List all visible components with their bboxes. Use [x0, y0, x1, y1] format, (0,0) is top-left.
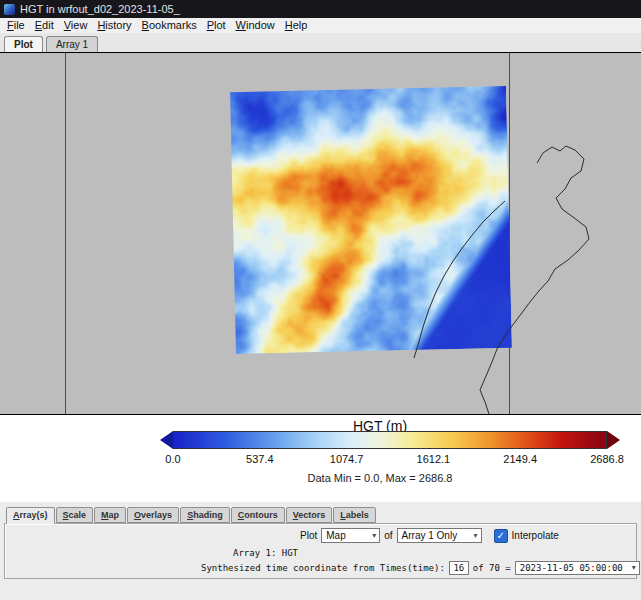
tab-plot[interactable]: Plot	[4, 36, 43, 52]
tab-overlays[interactable]: Overlays	[127, 507, 179, 523]
array-info-label: Array 1: HGT	[233, 548, 298, 558]
plot-label: Plot	[300, 530, 317, 541]
app-icon	[4, 4, 15, 15]
tab-scale[interactable]: Scale	[56, 507, 94, 523]
menu-help[interactable]: Help	[280, 18, 313, 33]
menu-file[interactable]: File	[2, 18, 30, 33]
tab-vectors[interactable]: Vectors	[286, 507, 333, 523]
menu-plot[interactable]: Plot	[202, 18, 231, 33]
tab-map[interactable]: Map	[94, 507, 126, 523]
time-coordinate-label: Synthesized time coordinate from Times(t…	[201, 563, 445, 573]
controls-panel: Array(s) Scale Map Overlays Shading Cont…	[0, 502, 641, 600]
controls-tabs: Array(s) Scale Map Overlays Shading Cont…	[0, 507, 641, 523]
colorbar-ticks: 0.0 537.4 1074.7 1612.1 2149.4 2686.8	[173, 453, 607, 466]
time-value-combo[interactable]: 2023-11-05 05:00:00 ▾	[515, 561, 640, 575]
chevron-down-icon: ▾	[474, 532, 478, 540]
map-plot-area[interactable]	[0, 52, 641, 415]
plot-window-tabs: Plot Array 1	[0, 33, 641, 52]
colorbar-tick: 2149.4	[503, 453, 537, 465]
plot-type-combo[interactable]: Map ▾	[321, 528, 380, 543]
tab-shading[interactable]: Shading	[180, 507, 230, 523]
chevron-down-icon: ▾	[372, 532, 376, 540]
colorbar-tick: 1074.7	[330, 453, 364, 465]
array-scope-combo[interactable]: Array 1 Only ▾	[397, 528, 482, 543]
tab-arrays[interactable]: Array(s)	[6, 507, 55, 524]
tab-array-1[interactable]: Array 1	[46, 36, 98, 52]
menu-bookmarks[interactable]: Bookmarks	[137, 18, 202, 33]
chevron-down-icon: ▾	[632, 564, 636, 572]
wrf-domain-patch	[230, 86, 512, 354]
tab-labels[interactable]: Labels	[333, 507, 376, 523]
menu-history[interactable]: History	[92, 18, 136, 33]
titlebar: HGT in wrfout_d02_2023-11-05_	[0, 0, 641, 18]
colorbar-tick: 0.0	[165, 453, 180, 465]
colorbar-right-arrow-icon	[607, 431, 620, 449]
menubar: File Edit View History Bookmarks Plot Wi…	[0, 18, 641, 33]
interpolate-checkbox[interactable]	[494, 529, 508, 543]
window-title: HGT in wrfout_d02_2023-11-05_	[20, 0, 180, 18]
menu-window[interactable]: Window	[231, 18, 280, 33]
of-label: of	[384, 530, 392, 541]
menu-view[interactable]: View	[59, 18, 93, 33]
controls-box: Plot Map ▾ of Array 1 Only ▾ Interpolate…	[4, 523, 637, 579]
time-total-label: of 70 =	[473, 563, 511, 573]
menu-edit[interactable]: Edit	[30, 18, 59, 33]
colorbar-tick: 2686.8	[590, 453, 624, 465]
colorbar-tick: 537.4	[246, 453, 274, 465]
time-index-field[interactable]: 16	[449, 561, 469, 575]
panoply-window: HGT in wrfout_d02_2023-11-05_ File Edit …	[0, 0, 641, 600]
legend-area: HGT (m) 0.0 537.4 1074.7 1612.1 2149.4 2…	[0, 415, 641, 502]
interpolate-label: Interpolate	[512, 530, 559, 541]
tab-contours[interactable]: Contours	[231, 507, 285, 523]
colorbar-tick: 1612.1	[417, 453, 451, 465]
data-range-label: Data Min = 0.0, Max = 2686.8	[140, 472, 620, 484]
colorbar-gradient	[173, 431, 607, 449]
colorbar-left-arrow-icon	[160, 431, 173, 449]
colorbar	[160, 431, 620, 449]
hgt-heatmap-canvas	[230, 86, 512, 354]
map-gridline-left	[65, 53, 66, 414]
